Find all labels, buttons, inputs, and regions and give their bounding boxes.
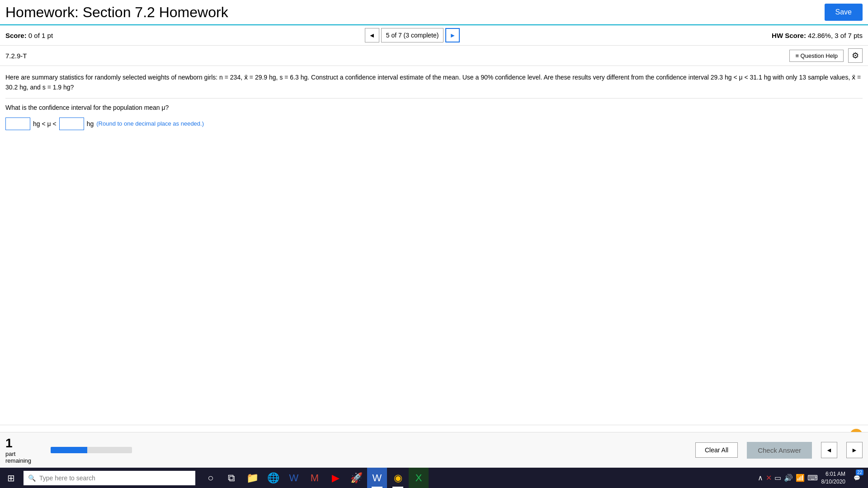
search-bar[interactable]: 🔍 — [24, 471, 195, 485]
nav-next-button[interactable]: ► — [445, 28, 460, 42]
answer-hint: (Round to one decimal place as needed.) — [96, 120, 204, 127]
question-tools: ≡ Question Help ⚙ — [789, 48, 863, 63]
battery-icon: ▭ — [774, 474, 781, 482]
system-icons: ∧ ✕ ▭ 🔊 📶 ⌨ — [758, 474, 818, 482]
notification-count: 22 — [856, 469, 863, 475]
score-value: 0 of 1 pt — [28, 32, 53, 39]
date-display: 8/10/2020 — [821, 478, 845, 486]
answer-label-upper: hg — [87, 120, 94, 127]
hw-score: HW Score: 42.86%, 3 of 7 pts — [772, 32, 863, 39]
volume-icon[interactable]: 🔊 — [784, 474, 793, 482]
file-explorer-icon[interactable]: 📁 — [242, 468, 262, 488]
progress-bar-fill — [51, 447, 87, 453]
windows-icon: ⊞ — [7, 473, 15, 483]
edge-icon[interactable]: 🌐 — [263, 468, 283, 488]
task-view-icon[interactable]: ⧉ — [222, 468, 241, 488]
clear-all-button[interactable]: Clear All — [695, 442, 738, 458]
wifi-icon[interactable]: 📶 — [796, 474, 805, 482]
excel-icon[interactable]: X — [409, 468, 429, 488]
answer-input-lower[interactable] — [5, 117, 30, 130]
action-nav-next-button[interactable]: ► — [846, 442, 863, 458]
taskbar-apps: ○ ⧉ 📁 🌐 W M ▶ 🚀 W ◉ X — [201, 468, 429, 488]
notification-badge[interactable]: 💬 22 — [849, 468, 864, 488]
question-prompt: What is the confidence interval for the … — [5, 104, 863, 111]
settings-button[interactable]: ⚙ — [848, 48, 863, 63]
youtube-icon[interactable]: ▶ — [326, 468, 345, 488]
taskbar: ⊞ 🔍 ○ ⧉ 📁 🌐 W M ▶ 🚀 W ◉ X ∧ ✕ ▭ 🔊 📶 ⌨ 6:… — [0, 468, 868, 488]
answer-label-lower: hg < μ < — [33, 120, 57, 127]
question-help-button[interactable]: ≡ Question Help — [789, 50, 844, 62]
word-icon[interactable]: W — [284, 468, 304, 488]
action-bar: 1 part remaining Clear All Check Answer … — [0, 432, 868, 468]
chevron-icon[interactable]: ∧ — [758, 474, 763, 482]
hw-score-label: HW Score: — [772, 32, 806, 39]
cortana-icon[interactable]: ○ — [201, 468, 221, 488]
antivirus-icon: ✕ — [766, 474, 772, 482]
gmail-icon[interactable]: M — [305, 468, 325, 488]
question-header: 7.2.9-T ≡ Question Help ⚙ — [0, 46, 868, 66]
parts-remaining: 1 part remaining — [5, 436, 42, 464]
answer-area: hg < μ < hg (Round to one decimal place … — [5, 117, 863, 130]
progress-bar — [51, 447, 132, 453]
clock[interactable]: 6:01 AM 8/10/2020 — [821, 470, 845, 486]
answer-input-upper[interactable] — [59, 117, 84, 130]
start-button[interactable]: ⊞ — [0, 468, 22, 488]
main-content: Here are summary statistics for randomly… — [0, 66, 868, 141]
search-icon: 🔍 — [28, 474, 36, 482]
save-button[interactable]: Save — [825, 4, 863, 21]
word2-icon[interactable]: W — [367, 468, 387, 488]
problem-text: Here are summary statistics for randomly… — [5, 72, 863, 99]
score-bar: Score: 0 of 1 pt ◄ 5 of 7 (3 complete) ►… — [0, 25, 868, 46]
part-label: part remaining — [5, 450, 31, 464]
search-input[interactable] — [39, 474, 191, 482]
question-id: 7.2.9-T — [5, 52, 27, 60]
hw-score-value: 42.86%, 3 of 7 pts — [808, 32, 863, 39]
page-title: Homework: Section 7.2 Homework — [5, 4, 228, 21]
score-left: Score: 0 of 1 pt — [5, 32, 53, 39]
nav-dropdown[interactable]: 5 of 7 (3 complete) — [381, 28, 444, 42]
taskbar-right: ∧ ✕ ▭ 🔊 📶 ⌨ 6:01 AM 8/10/2020 💬 22 — [758, 468, 868, 488]
check-answer-button[interactable]: Check Answer — [747, 442, 812, 459]
nav-prev-button[interactable]: ◄ — [365, 28, 379, 42]
nav-controls: ◄ 5 of 7 (3 complete) ► — [365, 28, 460, 42]
chrome-icon[interactable]: ◉ — [388, 468, 408, 488]
score-label: Score: — [5, 32, 27, 39]
action-nav-prev-button[interactable]: ◄ — [821, 442, 837, 458]
part-number: 1 — [5, 436, 13, 450]
time-display: 6:01 AM — [826, 470, 845, 478]
top-bar: Homework: Section 7.2 Homework Save — [0, 0, 868, 25]
rocket-icon[interactable]: 🚀 — [346, 468, 366, 488]
keyboard-icon: ⌨ — [807, 474, 818, 482]
